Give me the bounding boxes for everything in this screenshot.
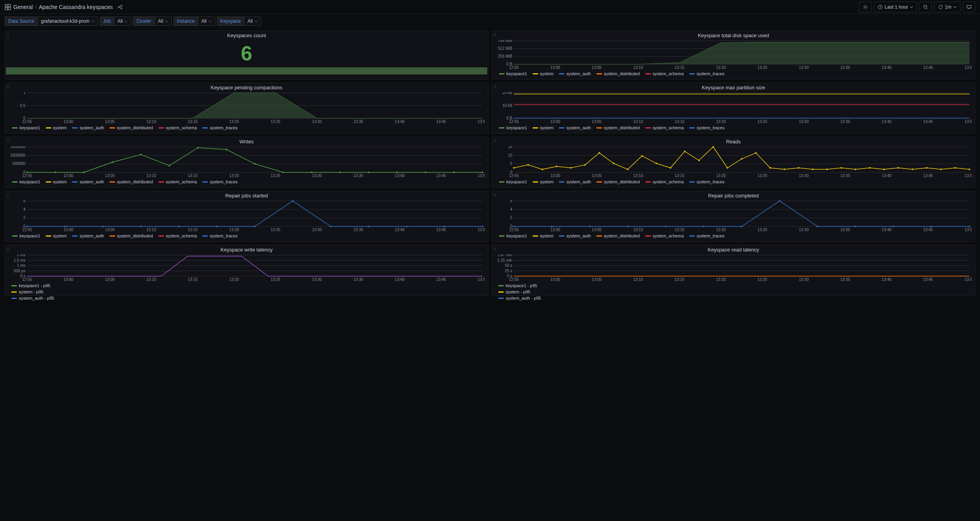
legend-item[interactable]: system_traces bbox=[689, 233, 724, 238]
svg-text:13:50: 13:50 bbox=[964, 65, 972, 70]
filter-cluster[interactable]: Cluster All bbox=[133, 16, 171, 26]
breadcrumb-folder[interactable]: General bbox=[13, 4, 33, 10]
legend-item[interactable]: system_traces bbox=[689, 71, 724, 76]
legend-item[interactable]: keyspace1 bbox=[12, 179, 40, 184]
legend-item[interactable]: keyspace1 bbox=[12, 125, 40, 130]
legend-item[interactable]: system_auth bbox=[72, 179, 104, 184]
share-icon[interactable] bbox=[117, 4, 123, 10]
legend-item[interactable]: system_traces bbox=[202, 233, 238, 238]
legend-item[interactable]: system_schema bbox=[159, 125, 197, 130]
panel-disk-space[interactable]: i Keyspace total disk space used 768 MiB… bbox=[492, 31, 975, 80]
legend-item[interactable]: system bbox=[46, 125, 67, 130]
legend-item[interactable]: system_distributed bbox=[596, 125, 640, 130]
legend-item[interactable]: keyspace1 bbox=[499, 71, 527, 76]
legend-item[interactable]: system_schema bbox=[645, 233, 684, 238]
panel-repair-completed[interactable]: i Repair jobs completed 642012:5513:0013… bbox=[492, 191, 975, 242]
panel-max-partition[interactable]: i Keyspace max partition size 20 kB10 kB… bbox=[492, 83, 975, 134]
refresh-button[interactable]: 1m bbox=[934, 2, 960, 13]
chart-area[interactable]: 15105012:5513:0013:0513:1013:1513:2013:2… bbox=[495, 146, 972, 178]
legend-item[interactable]: system - p95 bbox=[498, 289, 555, 294]
legend-item[interactable]: system_schema bbox=[645, 71, 684, 76]
info-icon[interactable]: i bbox=[494, 33, 495, 37]
legend-item[interactable]: system bbox=[533, 179, 554, 184]
info-icon[interactable]: i bbox=[494, 139, 495, 143]
legend-item[interactable]: system - p95 bbox=[11, 289, 68, 294]
chart-area[interactable]: 20 kB10 kB0 B12:5513:0013:0513:1013:1513… bbox=[495, 92, 972, 124]
info-icon[interactable]: i bbox=[7, 193, 9, 197]
filter-data-source[interactable]: Data Source grafanacloud-k3d-prom bbox=[5, 16, 98, 26]
panel-reads[interactable]: i Reads 15105012:5513:0013:0513:1013:151… bbox=[492, 137, 975, 188]
info-icon[interactable]: i bbox=[494, 247, 495, 251]
info-icon[interactable]: i bbox=[494, 85, 495, 89]
panel-keyspaces-count[interactable]: i Keyspaces count 6 bbox=[5, 31, 488, 80]
chart-area[interactable]: 15000001000000500000012:5513:0013:0513:1… bbox=[8, 146, 485, 178]
legend-item[interactable]: keyspace1 bbox=[499, 125, 527, 130]
legend-item[interactable]: system_auth bbox=[72, 125, 104, 130]
panel-read-latency[interactable]: i Keyspace read latency 1.67 min1.25 min… bbox=[492, 245, 975, 296]
legend-item[interactable]: system_traces bbox=[689, 125, 724, 130]
panel-pending-compactions[interactable]: i Keyspace pending compactions 10.5012:5… bbox=[5, 83, 488, 134]
legend-item[interactable]: system_auth - p95 bbox=[11, 296, 68, 300]
legend-item[interactable]: keyspace1 - p95 bbox=[11, 283, 68, 288]
legend-item[interactable]: system_distributed bbox=[110, 125, 153, 130]
info-icon[interactable]: i bbox=[7, 247, 9, 251]
legend-item[interactable]: keyspace1 bbox=[499, 233, 527, 238]
panel-writes[interactable]: i Writes 15000001000000500000012:5513:00… bbox=[5, 137, 488, 188]
legend-item[interactable]: system_auth bbox=[559, 179, 591, 184]
legend-item[interactable]: keyspace1 - p95 bbox=[498, 283, 555, 288]
dashboard-icon[interactable] bbox=[5, 4, 11, 10]
zoom-out-button[interactable] bbox=[919, 2, 932, 13]
legend-item[interactable]: system_traces bbox=[202, 179, 238, 184]
legend-item[interactable]: system_distributed bbox=[596, 179, 640, 184]
info-icon[interactable]: i bbox=[7, 85, 9, 89]
chart-area[interactable]: 1.67 min1.25 min50 s25 s0 s12:5513:0013:… bbox=[495, 254, 972, 282]
legend-item[interactable]: system_traces bbox=[202, 125, 238, 130]
legend-item[interactable]: system bbox=[533, 125, 554, 130]
topbar: General / Apache Cassandra keyspaces Las… bbox=[0, 0, 980, 14]
filter-value[interactable]: All bbox=[198, 16, 215, 26]
legend-item[interactable]: system_distributed bbox=[596, 71, 640, 76]
legend-item[interactable]: system_auth bbox=[559, 71, 591, 76]
legend-item[interactable]: system bbox=[533, 233, 554, 238]
legend-item[interactable]: system_distributed bbox=[596, 233, 640, 238]
legend-item[interactable]: system_schema bbox=[159, 179, 197, 184]
legend-item[interactable]: system_auth bbox=[559, 125, 591, 130]
filter-value[interactable]: All bbox=[114, 16, 131, 26]
legend-item[interactable]: keyspace1 bbox=[12, 233, 40, 238]
legend-item[interactable]: system_schema bbox=[645, 125, 684, 130]
legend-item[interactable]: system_auth bbox=[72, 233, 104, 238]
chart-area[interactable]: 2 ms1.5 ms1 ms500 µs0 s12:5513:0013:0513… bbox=[8, 254, 485, 282]
time-range-button[interactable]: Last 1 hour bbox=[874, 2, 917, 13]
legend-item[interactable]: system_schema bbox=[645, 179, 684, 184]
legend-item[interactable]: system bbox=[46, 179, 67, 184]
chart-area[interactable]: 642012:5513:0013:0513:1013:1513:2013:251… bbox=[495, 200, 972, 232]
filter-keyspace[interactable]: Keyspace All bbox=[217, 16, 261, 26]
svg-text:12:55: 12:55 bbox=[22, 228, 32, 232]
chart-area[interactable]: 10.5012:5513:0013:0513:1013:1513:2013:25… bbox=[8, 92, 485, 124]
legend-item[interactable]: system bbox=[533, 71, 554, 76]
filter-value[interactable]: All bbox=[155, 16, 172, 26]
info-icon[interactable]: i bbox=[7, 33, 9, 37]
panel-repair-started[interactable]: i Repair jobs started 642012:5513:0013:0… bbox=[5, 191, 488, 242]
chart-area[interactable]: 768 MiB512 MiB256 MiB0 B12:5513:0013:051… bbox=[495, 40, 972, 70]
legend-item[interactable]: system_distributed bbox=[110, 233, 153, 238]
filter-value[interactable]: All bbox=[244, 16, 261, 26]
monitor-button[interactable] bbox=[963, 2, 975, 13]
legend-item[interactable]: system_traces bbox=[689, 179, 724, 184]
filter-value[interactable]: grafanacloud-k3d-prom bbox=[38, 16, 98, 26]
legend-item[interactable]: system_distributed bbox=[110, 179, 153, 184]
settings-button[interactable] bbox=[859, 2, 872, 13]
info-icon[interactable]: i bbox=[494, 193, 495, 197]
legend-item[interactable]: system bbox=[46, 233, 67, 238]
filter-instance[interactable]: Instance All bbox=[173, 16, 215, 26]
panel-write-latency[interactable]: i Keyspace write latency 2 ms1.5 ms1 ms5… bbox=[5, 245, 488, 296]
legend-item[interactable]: system_auth - p95 bbox=[498, 296, 555, 300]
legend-item[interactable]: system_auth bbox=[559, 233, 591, 238]
chart-area[interactable]: 642012:5513:0013:0513:1013:1513:2013:251… bbox=[8, 200, 485, 232]
breadcrumb-title[interactable]: Apache Cassandra keyspaces bbox=[39, 4, 113, 10]
legend-item[interactable]: keyspace1 bbox=[499, 179, 527, 184]
svg-text:13:05: 13:05 bbox=[105, 277, 115, 282]
legend-item[interactable]: system_schema bbox=[159, 233, 197, 238]
filter-job[interactable]: Job All bbox=[100, 16, 132, 26]
info-icon[interactable]: i bbox=[7, 139, 9, 143]
